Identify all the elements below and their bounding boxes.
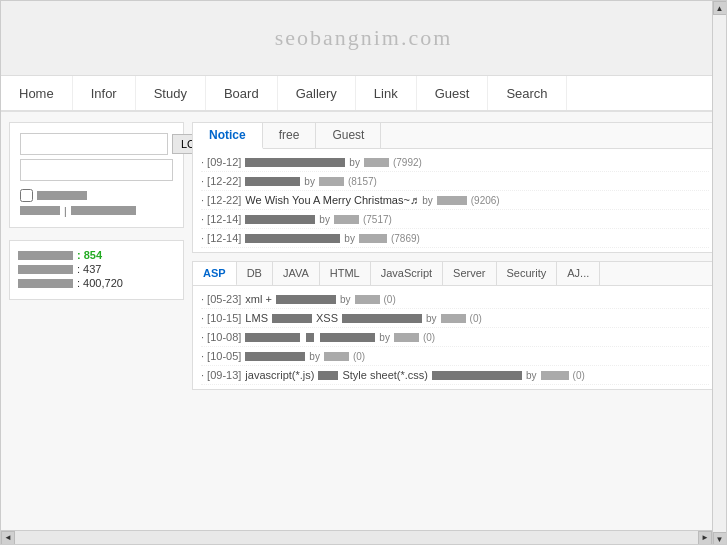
tech-author-5 — [541, 371, 569, 380]
tech-text-5a — [318, 371, 338, 380]
scroll-h-track — [15, 531, 698, 544]
stat-value-1: : 854 — [77, 249, 102, 261]
notice-author-4 — [334, 215, 359, 224]
main-window: seobangnim.com Home Infor Study Board Ga… — [0, 0, 727, 545]
sidebar: LOG IN | : 854 — [9, 122, 184, 532]
tech-row-3: · [10-08] by (0) — [201, 328, 709, 347]
notice-text-2 — [245, 177, 300, 186]
scroll-left-button[interactable]: ◄ — [1, 531, 15, 545]
notice-text-4 — [245, 215, 315, 224]
tech-tabs: ASP DB JAVA HTML JavaScript Server Secur… — [193, 262, 717, 286]
right-scrollbar: ▲ ▼ — [712, 1, 726, 545]
nav-home[interactable]: Home — [1, 76, 73, 110]
tech-tab-java[interactable]: JAVA — [273, 262, 320, 285]
tab-free[interactable]: free — [263, 123, 317, 148]
notice-list: · [09-12] by (7992) · [12-22] by (8157) — [193, 149, 717, 252]
stat-value-2: : 437 — [77, 263, 101, 275]
stat-row-3: : 400,720 — [18, 277, 175, 289]
tech-text-2a — [272, 314, 312, 323]
notice-row-5: · [12-14] by (7869) — [201, 229, 709, 248]
tech-author-4 — [324, 352, 349, 361]
link1 — [20, 206, 60, 215]
nav-bar: Home Infor Study Board Gallery Link Gues… — [1, 76, 726, 112]
stats-box: : 854 : 437 : 400,720 — [9, 240, 184, 300]
tech-row-2: · [10-15] LMS XSS by (0) — [201, 309, 709, 328]
tech-author-1 — [355, 295, 380, 304]
nav-search[interactable]: Search — [488, 76, 566, 110]
bottom-scrollbar: ◄ ► — [1, 530, 712, 544]
tech-text-1 — [276, 295, 336, 304]
username-input[interactable] — [20, 133, 168, 155]
tech-text-2b — [342, 314, 422, 323]
tech-section: ASP DB JAVA HTML JavaScript Server Secur… — [192, 261, 718, 390]
tab-notice[interactable]: Notice — [193, 123, 263, 149]
stat-row-1: : 854 — [18, 249, 175, 261]
scroll-up-button[interactable]: ▲ — [713, 1, 727, 15]
notice-author-1 — [364, 158, 389, 167]
password-input[interactable] — [20, 159, 173, 181]
nav-board[interactable]: Board — [206, 76, 278, 110]
stat-label-1 — [18, 251, 73, 260]
notice-tabs: Notice free Guest — [193, 123, 717, 149]
main-layout: LOG IN | : 854 — [1, 112, 726, 542]
remember-label — [37, 191, 87, 200]
login-box: LOG IN | — [9, 122, 184, 228]
tech-tab-db[interactable]: DB — [237, 262, 273, 285]
tech-tab-javascript[interactable]: JavaScript — [371, 262, 443, 285]
notice-text-5 — [245, 234, 340, 243]
content-area: Notice free Guest · [09-12] by (7992) · … — [192, 122, 718, 532]
tech-text-5b — [432, 371, 522, 380]
sidebar-links: | — [20, 206, 173, 217]
tech-row-5: · [09-13] javascript(*.js) Style sheet(*… — [201, 366, 709, 385]
tech-text-3c — [320, 333, 375, 342]
notice-author-3 — [437, 196, 467, 205]
tech-tab-ajax[interactable]: AJ... — [557, 262, 600, 285]
tech-tab-server[interactable]: Server — [443, 262, 496, 285]
site-title: seobangnim.com — [275, 25, 453, 51]
nav-study[interactable]: Study — [136, 76, 206, 110]
tab-guest[interactable]: Guest — [316, 123, 381, 148]
nav-link[interactable]: Link — [356, 76, 417, 110]
stat-value-3: : 400,720 — [77, 277, 123, 289]
nav-infor[interactable]: Infor — [73, 76, 136, 110]
notice-row-3: · [12-22] We Wish You A Merry Christmas~… — [201, 191, 709, 210]
tech-list: · [05-23] xml + by (0) · [10-15] LMS XSS… — [193, 286, 717, 389]
notice-section: Notice free Guest · [09-12] by (7992) · … — [192, 122, 718, 253]
stat-row-2: : 437 — [18, 263, 175, 275]
nav-guest[interactable]: Guest — [417, 76, 489, 110]
scroll-down-button[interactable]: ▼ — [713, 532, 727, 545]
scroll-right-button[interactable]: ► — [698, 531, 712, 545]
tech-row-4: · [10-05] by (0) — [201, 347, 709, 366]
tech-text-4 — [245, 352, 305, 361]
christmas-text: We Wish You A Merry Christmas~♬ — [245, 194, 418, 206]
remember-checkbox[interactable] — [20, 189, 33, 202]
nav-gallery[interactable]: Gallery — [278, 76, 356, 110]
tech-author-3 — [394, 333, 419, 342]
header-banner: seobangnim.com — [1, 1, 726, 76]
stat-label-2 — [18, 265, 73, 274]
tech-author-2 — [441, 314, 466, 323]
notice-author-5 — [359, 234, 387, 243]
tech-row-1: · [05-23] xml + by (0) — [201, 290, 709, 309]
notice-row-2: · [12-22] by (8157) — [201, 172, 709, 191]
stat-label-3 — [18, 279, 73, 288]
tech-text-3b — [306, 333, 314, 342]
notice-row-4: · [12-14] by (7517) — [201, 210, 709, 229]
link2 — [71, 206, 136, 215]
tech-text-3a — [245, 333, 300, 342]
remember-row — [20, 189, 173, 202]
tech-tab-html[interactable]: HTML — [320, 262, 371, 285]
notice-author-2 — [319, 177, 344, 186]
tech-tab-asp[interactable]: ASP — [193, 262, 237, 286]
notice-text-1 — [245, 158, 345, 167]
tech-tab-security[interactable]: Security — [497, 262, 558, 285]
notice-row-1: · [09-12] by (7992) — [201, 153, 709, 172]
